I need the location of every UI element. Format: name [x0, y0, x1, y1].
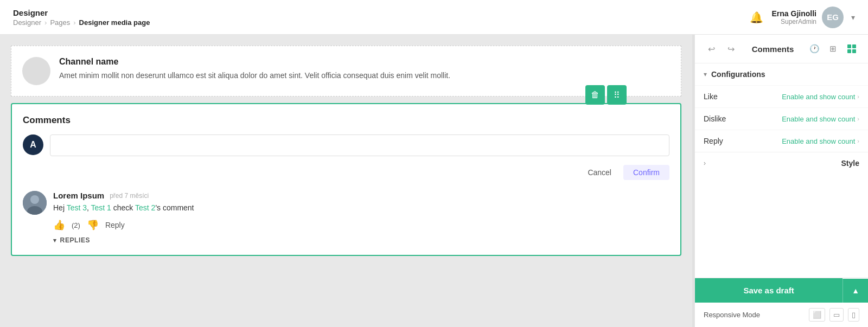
- delete-button[interactable]: 🗑: [585, 85, 605, 105]
- comment-actions: Cancel Confirm: [23, 165, 669, 180]
- redo-button[interactable]: ↪: [723, 41, 738, 56]
- mobile-view-button[interactable]: ▯: [848, 308, 859, 322]
- config-reply-row[interactable]: Reply Enable and show count ›: [695, 130, 868, 152]
- history-icon[interactable]: 🕐: [807, 41, 822, 56]
- config-like-chevron-icon: ›: [857, 93, 859, 100]
- mention-test1[interactable]: Test 1: [91, 203, 111, 212]
- config-reply-label: Reply: [704, 137, 723, 145]
- comment-text-apostrophe: 's comment: [155, 203, 194, 212]
- mobile-icon: ▯: [852, 311, 856, 319]
- main-layout: Channel name Amet minim mollit non deser…: [0, 35, 868, 327]
- comment-text: Hej Test 3, Test 1 check Test 2's commen…: [53, 202, 669, 214]
- comment-input-row: A: [23, 134, 669, 156]
- topbar-left: Designer Designer › Pages › Designer med…: [13, 8, 150, 27]
- grid-dots: [847, 44, 856, 53]
- style-label: Style: [841, 159, 859, 168]
- comment-body: Lorem Ipsum před 7 měsíci Hej Test 3, Te…: [53, 191, 669, 244]
- card-actions: 🗑 ⠿: [585, 85, 627, 105]
- responsive-label: Responsive Mode: [704, 311, 760, 319]
- style-section[interactable]: › Style: [695, 152, 868, 174]
- save-draft-button[interactable]: Save as draft: [695, 278, 843, 303]
- channel-card: Channel name Amet minim mollit non deser…: [11, 46, 681, 97]
- config-reply-value: Enable and show count ›: [782, 137, 859, 145]
- panel-header: ↩ ↪ Comments 🕐 ⊞: [695, 35, 868, 63]
- comments-widget-title: Comments: [23, 115, 669, 126]
- notification-icon[interactable]: 🔔: [750, 11, 763, 24]
- panel-bottom: Save as draft ▲ Responsive Mode ⬜ ▭ ▯: [695, 278, 868, 327]
- comments-widget: Comments A Cancel Confirm: [11, 103, 681, 256]
- breadcrumb-current: Designer media page: [79, 18, 150, 27]
- grid-view-icon[interactable]: [844, 41, 859, 56]
- avatar[interactable]: EG: [822, 7, 844, 28]
- configurations-title: Configurations: [711, 70, 765, 79]
- thumbs-up-icon: 👍: [53, 219, 65, 231]
- replies-toggle[interactable]: ▾ REPLIES: [53, 236, 90, 244]
- comment-author-avatar: [23, 191, 47, 215]
- breadcrumb-sep-2: ›: [73, 18, 75, 27]
- config-dislike-value-text: Enable and show count: [782, 115, 855, 123]
- panel-title: Comments: [752, 44, 794, 54]
- canvas-area: Channel name Amet minim mollit non deser…: [0, 35, 692, 327]
- expand-icon: ▲: [852, 286, 859, 295]
- responsive-row: Responsive Mode ⬜ ▭ ▯: [695, 303, 868, 327]
- mention-test3[interactable]: Test 3: [67, 203, 87, 212]
- user-name: Erna Gjinolli: [772, 9, 816, 18]
- comment-time: před 7 měsíci: [110, 192, 149, 200]
- user-role: SuperAdmin: [772, 18, 816, 25]
- replies-label: REPLIES: [60, 236, 91, 244]
- layers-icon[interactable]: ⊞: [826, 41, 841, 56]
- current-user-avatar: A: [23, 134, 43, 155]
- channel-avatar: [22, 57, 50, 85]
- panel-header-controls: ↩ ↪: [704, 41, 738, 56]
- config-like-label: Like: [704, 92, 718, 101]
- config-dislike-chevron-icon: ›: [857, 116, 859, 122]
- channel-content: Channel name Amet minim mollit non deser…: [59, 57, 450, 85]
- config-like-value: Enable and show count ›: [782, 93, 859, 101]
- like-button[interactable]: 👍: [53, 219, 65, 231]
- comment-header: Lorem Ipsum před 7 měsíci: [53, 191, 669, 200]
- responsive-icons: ⬜ ▭ ▯: [809, 308, 859, 322]
- comment-text-comma: ,: [87, 203, 91, 212]
- breadcrumb-pages[interactable]: Pages: [50, 18, 70, 27]
- topbar: Designer Designer › Pages › Designer med…: [0, 0, 868, 35]
- breadcrumb: Designer › Pages › Designer media page: [13, 18, 150, 27]
- config-like-value-text: Enable and show count: [782, 93, 855, 101]
- desktop-view-button[interactable]: ⬜: [809, 308, 825, 322]
- configurations-header[interactable]: ▾ Configurations: [695, 63, 868, 85]
- comment-text-check: check: [111, 203, 135, 212]
- thumbs-down-icon: 👎: [87, 219, 99, 231]
- breadcrumb-designer[interactable]: Designer: [13, 18, 41, 27]
- save-row: Save as draft ▲: [695, 278, 868, 303]
- reply-button[interactable]: Reply: [105, 221, 125, 229]
- desktop-icon: ⬜: [813, 311, 821, 319]
- cancel-button[interactable]: Cancel: [581, 165, 618, 180]
- comment-text-hej: Hej: [53, 203, 67, 212]
- config-like-row[interactable]: Like Enable and show count ›: [695, 85, 868, 107]
- expand-button[interactable]: ▲: [843, 279, 868, 303]
- config-dislike-value: Enable and show count ›: [782, 115, 859, 123]
- breadcrumb-sep-1: ›: [44, 18, 47, 27]
- confirm-button[interactable]: Confirm: [623, 165, 669, 180]
- mention-test2[interactable]: Test 2: [135, 203, 155, 212]
- svg-point-1: [30, 195, 39, 204]
- topbar-right: 🔔 Erna Gjinolli SuperAdmin EG ▾: [750, 7, 855, 28]
- user-details: Erna Gjinolli SuperAdmin: [772, 9, 816, 25]
- toggle-chevron-icon: ▾: [53, 237, 57, 244]
- comment-reactions: 👍 (2) 👎 Reply: [53, 219, 669, 231]
- drag-handle[interactable]: ⠿: [607, 85, 627, 105]
- user-menu-chevron[interactable]: ▾: [851, 13, 855, 22]
- comment-item: Lorem Ipsum před 7 měsíci Hej Test 3, Te…: [23, 191, 669, 244]
- dislike-button[interactable]: 👎: [87, 219, 99, 231]
- config-reply-value-text: Enable and show count: [782, 137, 855, 145]
- undo-button[interactable]: ↩: [704, 41, 719, 56]
- right-panel: ↩ ↪ Comments 🕐 ⊞ ▾ Configurations: [694, 35, 868, 327]
- comment-input[interactable]: [50, 134, 669, 156]
- config-dislike-label: Dislike: [704, 114, 726, 123]
- channel-name: Channel name: [59, 57, 450, 67]
- tablet-view-button[interactable]: ▭: [829, 308, 844, 322]
- config-reply-chevron-icon: ›: [857, 138, 859, 144]
- user-info: Erna Gjinolli SuperAdmin EG ▾: [772, 7, 855, 28]
- config-dislike-row[interactable]: Dislike Enable and show count ›: [695, 107, 868, 130]
- style-chevron-icon: ›: [704, 159, 706, 167]
- like-count: (2): [72, 221, 80, 229]
